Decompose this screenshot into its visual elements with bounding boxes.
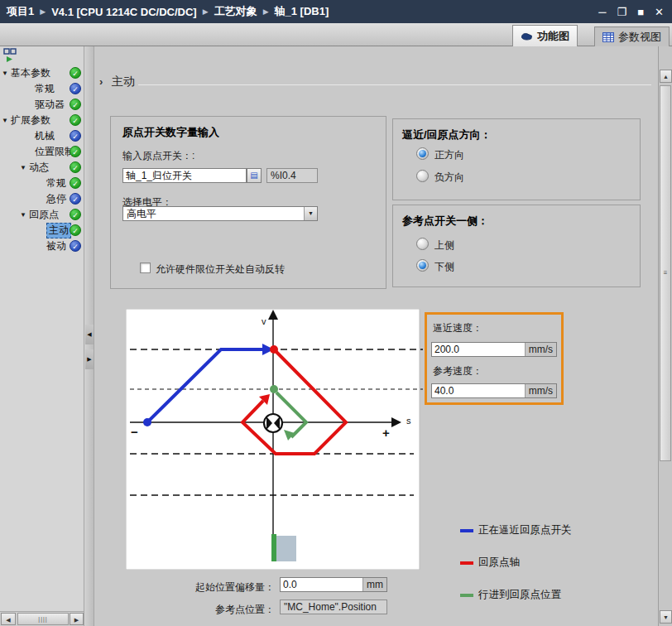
approach-start-dot	[143, 418, 151, 426]
reference-speed-input[interactable]	[432, 384, 525, 397]
direction-title: 逼近/回原点方向：	[402, 128, 492, 142]
vertical-scrollbar[interactable]: ▲ ≡ ▼	[658, 46, 672, 626]
expander-icon[interactable]: ▼	[20, 211, 29, 219]
horizontal-scrollbar[interactable]: ◀ |||| ▶	[0, 611, 84, 626]
travel-start-dot	[270, 385, 278, 393]
sidebar-item-回原点[interactable]: ▼回原点✓	[0, 207, 84, 223]
collapse-right-icon[interactable]: ▶	[85, 349, 94, 369]
close-icon[interactable]: ✕	[655, 7, 664, 17]
level-select[interactable]: 高电平 ▼	[122, 206, 318, 221]
legend-label: 正在逼近回原点开关	[478, 523, 572, 537]
radio-negative-direction[interactable]	[416, 170, 429, 182]
status-blue-check-icon: ✓	[70, 130, 81, 142]
approach-speed-field[interactable]: mm/s	[431, 342, 557, 357]
legend-swatch	[460, 561, 473, 565]
minimize-icon[interactable]: ─	[598, 7, 606, 17]
reference-speed-unit: mm/s	[525, 384, 556, 397]
sidebar-item-label: 扩展参数	[11, 113, 50, 128]
reference-position-label: 参考点位置：	[124, 603, 275, 617]
homing-velocity-diagram: v s − +	[126, 309, 425, 570]
negative-direction-label: 负方向	[434, 171, 464, 185]
maximize-icon[interactable]: ■	[637, 7, 644, 17]
sidebar-item-扩展参数[interactable]: ▼扩展参数✓	[0, 113, 84, 128]
sidebar-item-label: 基本参数	[11, 66, 50, 80]
legend-label: 回原点轴	[478, 556, 520, 570]
sidebar-item-被动[interactable]: 被动✓	[0, 238, 84, 254]
expander-icon[interactable]: ▼	[2, 70, 11, 77]
sidebar-item-常规[interactable]: 常规✓	[0, 81, 84, 97]
project-tree: ▼基本参数✓常规✓驱动器✓▼扩展参数✓机械✓位置限制✓▼动态✓常规✓急停✓▼回原…	[0, 65, 84, 254]
breadcrumb-segment[interactable]: 轴_1 [DB1]	[275, 4, 329, 19]
view-tab-bar: 功能图 参数视图	[0, 23, 672, 46]
sidebar-item-常规[interactable]: 常规✓	[0, 176, 84, 191]
breadcrumb-segment[interactable]: 项目1	[7, 4, 34, 19]
status-green-check-icon: ✓	[70, 146, 81, 157]
sidebar-item-位置限制[interactable]: 位置限制✓	[0, 144, 84, 160]
status-blue-check-icon: ✓	[70, 193, 81, 205]
legend-label: 行进到回原点位置	[478, 588, 561, 602]
auto-reverse-checkbox[interactable]	[140, 262, 151, 273]
scroll-down-icon[interactable]: ▼	[660, 610, 672, 624]
v-axis-label: v	[262, 316, 266, 326]
legend-item: 正在逼近回原点开关	[460, 523, 572, 537]
legend-swatch	[460, 529, 473, 532]
expander-icon[interactable]: ▼	[2, 117, 11, 124]
sidebar-item-label: 动态	[29, 161, 49, 175]
section-chevron-icon[interactable]: ›	[99, 75, 103, 88]
pane-splitter[interactable]: ◀ ▶	[84, 46, 94, 626]
start-offset-field[interactable]: mm	[280, 577, 387, 592]
scroll-up-icon[interactable]: ▲	[660, 70, 672, 83]
sidebar-item-label: 常规	[35, 82, 55, 96]
vertical-scrollbar-thumb[interactable]: ≡	[660, 85, 671, 461]
scroll-right-icon[interactable]: ▶	[70, 613, 84, 625]
window-buttons: ─ ❐ ■ ✕	[598, 0, 664, 23]
radio-lower-side[interactable]	[416, 259, 429, 272]
radio-positive-direction[interactable]	[416, 147, 429, 160]
section-title: 主动	[112, 75, 135, 89]
expander-icon[interactable]: ▼	[20, 164, 29, 171]
sidebar-item-动态[interactable]: ▼动态✓	[0, 160, 84, 176]
horizontal-scrollbar-thumb[interactable]: ||||	[17, 613, 69, 625]
start-offset-label: 起始位置偏移量：	[124, 580, 275, 595]
scroll-left-icon[interactable]: ◀	[1, 613, 16, 625]
tab-label: 功能图	[537, 29, 569, 44]
lower-side-label: 下侧	[434, 260, 454, 274]
s-axis-label: s	[406, 416, 411, 426]
approach-speed-label: 逼近速度：	[433, 321, 482, 335]
sidebar-item-主动[interactable]: 主动✓	[0, 223, 84, 238]
navigation-panel: ▼基本参数✓常规✓驱动器✓▼扩展参数✓机械✓位置限制✓▼动态✓常规✓急停✓▼回原…	[0, 46, 84, 611]
restore-icon[interactable]: ❐	[617, 7, 627, 17]
legend: 正在逼近回原点开关回原点轴行进到回原点位置	[460, 523, 572, 620]
breadcrumb-segment[interactable]: 工艺对象	[214, 4, 257, 19]
legend-item: 行进到回原点位置	[460, 588, 572, 602]
homing-switch-title: 原点开关数字量输入	[122, 125, 219, 140]
title-bar: 项目1▶V4.1 [CPU 1214C DC/DC/DC]▶工艺对象▶轴_1 […	[0, 0, 672, 23]
tab-function-view[interactable]: 功能图	[512, 25, 578, 46]
sidebar-item-label: 驱动器	[35, 98, 65, 112]
sidebar-item-机械[interactable]: 机械✓	[0, 128, 84, 144]
radio-upper-side[interactable]	[416, 238, 429, 250]
approach-speed-input[interactable]	[432, 343, 525, 356]
start-offset-input[interactable]	[281, 578, 362, 591]
chevron-down-icon[interactable]: ▼	[304, 207, 317, 220]
sidebar-item-label: 主动	[46, 223, 71, 238]
legend-swatch	[460, 594, 473, 597]
collapse-left-icon[interactable]: ◀	[85, 325, 94, 344]
tab-parameter-view[interactable]: 参数视图	[594, 26, 670, 46]
sidebar-item-label: 被动	[46, 239, 66, 253]
sidebar-item-驱动器[interactable]: 驱动器✓	[0, 97, 84, 113]
breadcrumb-segment[interactable]: V4.1 [CPU 1214C DC/DC/DC]	[51, 6, 197, 18]
tab-label: 参数视图	[618, 30, 661, 45]
sidebar-item-基本参数[interactable]: ▼基本参数✓	[0, 65, 84, 81]
breadcrumb-arrow-icon: ▶	[263, 7, 269, 16]
tag-browse-button[interactable]: ▤	[247, 168, 262, 183]
auto-reverse-label: 允许硬件限位开关处自动反转	[156, 262, 285, 277]
status-green-check-icon: ✓	[70, 209, 81, 220]
homing-switch-tag-field[interactable]	[122, 168, 247, 183]
input-homing-switch-label: 输入原点开关：:	[122, 149, 194, 163]
thumb-grip: ≡	[660, 269, 670, 277]
reference-speed-field[interactable]: mm/s	[431, 383, 557, 398]
homing-switch-tag-input[interactable]	[123, 169, 246, 182]
breadcrumb-arrow-icon: ▶	[203, 7, 209, 16]
sidebar-item-急停[interactable]: 急停✓	[0, 191, 84, 207]
